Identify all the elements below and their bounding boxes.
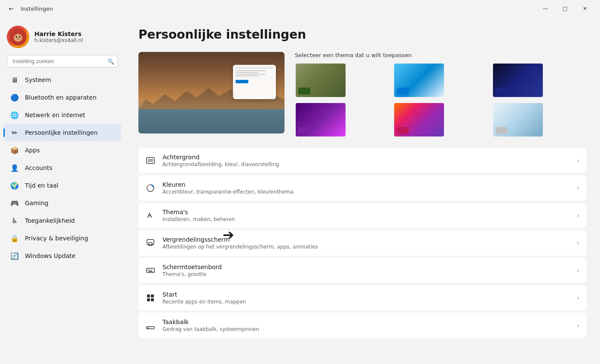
theme-bg-1: [296, 64, 346, 97]
sidebar-item-apps[interactable]: 📦Apps: [3, 142, 121, 159]
preview-line-2: [236, 72, 258, 73]
minimize-button[interactable]: —: [536, 0, 555, 17]
content-wrapper: ➔ Persoonlijke instellingen: [125, 17, 600, 364]
user-info: Harrie Kisters h.kisters@xs4all.nl: [34, 30, 83, 43]
theme-card-4[interactable]: [295, 102, 346, 137]
nav-label-gaming: Gaming: [25, 200, 49, 206]
sidebar-item-netwerk[interactable]: 🌐Netwerk en internet: [3, 106, 121, 124]
nav-label-apps: Apps: [25, 147, 40, 154]
maximize-button[interactable]: □: [555, 0, 575, 17]
settings-icon-taakbalk: [145, 320, 156, 331]
settings-subtitle-taakbalk: Gedrag van taakbalk, systeempinnen: [162, 326, 570, 332]
theme-badge-3: [496, 88, 508, 94]
nav-label-accounts: Accounts: [25, 164, 52, 171]
sidebar-item-bluetooth[interactable]: 🔵Bluetooth en apparaten: [3, 89, 121, 106]
theme-card-5[interactable]: [393, 102, 445, 137]
settings-item-themas[interactable]: Thema'sInstalleren, maken, beheren›: [138, 203, 586, 228]
settings-item-start[interactable]: StartRecente apps en items, mappen›: [138, 285, 586, 311]
theme-badge-6: [496, 127, 508, 134]
sidebar-item-accounts[interactable]: 👤Accounts: [3, 159, 121, 176]
chevron-right-icon: ›: [577, 185, 579, 191]
settings-title-toetsenbord: Schermtoetsenbord: [162, 264, 570, 270]
search-box: 🔍: [7, 55, 118, 67]
titlebar-left: ← Instellingen: [5, 3, 536, 15]
app-title: Instellingen: [21, 6, 53, 12]
nav-icon-privacy: 🔒: [10, 234, 19, 243]
sidebar-item-systeem[interactable]: 🖥Systeem: [3, 71, 121, 88]
landscape-bg: [138, 52, 285, 133]
nav-icon-netwerk: 🌐: [10, 111, 19, 119]
svg-rect-17: [147, 294, 150, 297]
sidebar-item-toegankelijkheid[interactable]: ♿Toegankelijkheid: [3, 212, 121, 229]
settings-text-taakbalk: TaakbalkGedrag van taakbalk, systeempinn…: [162, 318, 570, 332]
sidebar-item-privacy[interactable]: 🔒Privacy & beveiliging: [3, 230, 121, 247]
settings-subtitle-achtergrond: Achtergrondafbeelding, kleur, diavoorste…: [162, 161, 570, 167]
themes-label: Selecteer een thema dat u wilt toepassen: [295, 52, 586, 58]
settings-item-achtergrond[interactable]: AchtergrondAchtergrondafbeelding, kleur,…: [138, 148, 586, 173]
svg-point-5: [19, 36, 21, 38]
theme-card-1[interactable]: [295, 63, 346, 98]
preview-line-3: [236, 74, 266, 75]
close-button[interactable]: ✕: [575, 0, 595, 17]
sidebar-item-tijdtaal[interactable]: 🌍Tijd en taal: [3, 177, 121, 194]
theme-card-3[interactable]: [492, 63, 544, 98]
sidebar-item-update[interactable]: 🔄Windows Update: [3, 247, 121, 264]
theme-card-2[interactable]: [393, 63, 445, 98]
nav-icon-bluetooth: 🔵: [10, 93, 19, 102]
svg-rect-22: [147, 328, 149, 328]
theme-bg-3: [493, 64, 543, 97]
settings-title-achtergrond: Achtergrond: [162, 154, 570, 161]
settings-text-toetsenbord: SchermtoetsenbordThema's, grootte: [162, 264, 570, 277]
search-input[interactable]: [7, 55, 118, 67]
nav-icon-gaming: 🎮: [10, 199, 19, 207]
chevron-right-icon: ›: [577, 294, 579, 301]
user-profile[interactable]: Harrie Kisters h.kisters@xs4all.nl: [0, 21, 125, 55]
settings-text-achtergrond: AchtergrondAchtergrondafbeelding, kleur,…: [162, 154, 570, 167]
avatar-image: [7, 26, 29, 48]
svg-rect-11: [149, 243, 152, 246]
sidebar-item-gaming[interactable]: 🎮Gaming: [3, 194, 121, 212]
search-icon[interactable]: 🔍: [107, 58, 114, 64]
settings-list: AchtergrondAchtergrondafbeelding, kleur,…: [138, 148, 586, 338]
chevron-right-icon: ›: [577, 240, 579, 246]
sidebar-item-persoonlijk[interactable]: ✏️Persoonlijke instellingen: [3, 124, 121, 141]
avatar: [7, 26, 29, 48]
lake: [138, 109, 285, 133]
settings-item-taakbalk[interactable]: TaakbalkGedrag van taakbalk, systeempinn…: [138, 312, 586, 338]
svg-rect-12: [147, 268, 154, 273]
settings-icon-toetsenbord: [145, 265, 156, 276]
nav-icon-apps: 📦: [10, 146, 19, 155]
settings-item-kleuren[interactable]: KleurenAccentkleur, transparantie-effect…: [138, 175, 586, 201]
nav-label-toegankelijkheid: Toegankelijkheid: [25, 217, 75, 224]
settings-text-vergrendeling: VergrendelingsschermAfbeeldingen op het …: [162, 236, 570, 250]
preview-line-4: [236, 76, 258, 76]
window-controls: — □ ✕: [536, 0, 595, 17]
nav-label-netwerk: Netwerk en internet: [25, 112, 85, 118]
back-button[interactable]: ←: [5, 3, 17, 15]
settings-text-kleuren: KleurenAccentkleur, transparantie-effect…: [162, 181, 570, 195]
svg-rect-20: [151, 298, 154, 301]
user-name: Harrie Kisters: [34, 30, 83, 37]
nav-icon-tijdtaal: 🌍: [10, 181, 19, 190]
settings-icon-vergrendeling: [145, 238, 156, 248]
theme-badge-4: [298, 127, 310, 134]
theme-card-6[interactable]: [492, 102, 544, 137]
main-content: Persoonlijke instellingen: [125, 17, 600, 364]
theme-badge-1: [298, 88, 310, 94]
window-content: [236, 70, 273, 83]
nav-icon-toegankelijkheid: ♿: [10, 216, 19, 225]
app-body: Harrie Kisters h.kisters@xs4all.nl 🔍 🖥Sy…: [0, 17, 600, 364]
theme-bg-4: [296, 103, 346, 136]
nav-label-tijdtaal: Tijd en taal: [25, 182, 58, 189]
settings-text-themas: Thema'sInstalleren, maken, beheren: [162, 209, 570, 222]
settings-title-vergrendeling: Vergrendelingsscherm: [162, 236, 570, 243]
svg-rect-19: [147, 298, 150, 301]
settings-icon-achtergrond: [145, 155, 156, 166]
settings-title-start: Start: [162, 291, 570, 298]
settings-item-toetsenbord[interactable]: SchermtoetsenbordThema's, grootte›: [138, 258, 586, 283]
svg-rect-10: [147, 240, 154, 245]
themes-section: Selecteer een thema dat u wilt toepassen: [295, 52, 586, 137]
chevron-right-icon: ›: [577, 267, 579, 274]
settings-item-vergrendeling[interactable]: VergrendelingsschermAfbeeldingen op het …: [138, 230, 586, 256]
settings-icon-kleuren: [145, 183, 156, 193]
